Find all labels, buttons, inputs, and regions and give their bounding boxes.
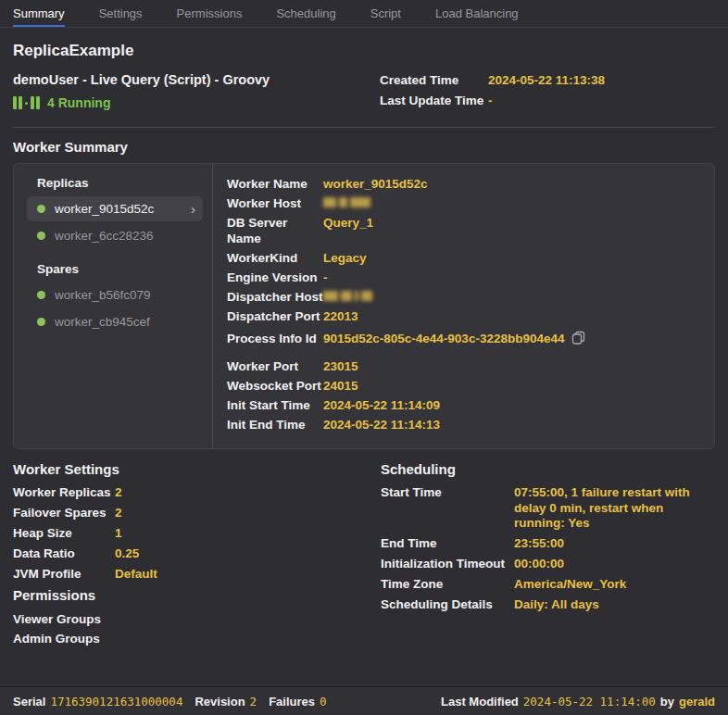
header-summary: demoUser - Live Query (Script) - Groovy … [13,72,715,114]
status-badge: 4 Running [47,95,110,110]
initialization-timeout-row: Initialization Timeout 00:00:00 [381,557,715,572]
dispatcher-host-label: Dispatcher Host [227,290,323,306]
process-info-id-row: Process Info Id 9015d52c-805c-4e44-903c-… [227,329,699,347]
end-time-row: End Time 23:55:00 [381,536,715,552]
tab-script[interactable]: Script [370,0,401,27]
replicas-heading: Replicas [37,176,203,190]
init-start-time-row: Init Start Time 2024-05-22 11:14:09 [227,398,699,414]
tab-scheduling[interactable]: Scheduling [276,0,335,27]
replica-list-pane: Replicas worker_9015d52c › worker_6cc282… [14,164,212,448]
init-start-time-value: 2024-05-22 11:14:09 [323,398,440,414]
tab-bar: Summary Settings Permissions Scheduling … [0,0,728,28]
status-dot-icon [37,232,45,240]
scheduling-heading: Scheduling [381,461,715,477]
heap-size-value: 1 [115,526,122,542]
tab-load-balancing[interactable]: Load Balancing [435,0,519,27]
failures-label: Failures [269,695,315,709]
spare-item-worker-b56fc079[interactable]: worker_b56fc079 [27,282,203,307]
engine-version-label: Engine Version [227,270,323,286]
jvm-profile-row: JVM Profile Default [13,567,381,583]
tab-permissions[interactable]: Permissions [177,0,243,27]
last-update-time-label: Last Update Time [380,94,488,107]
last-update-time-value: - [488,94,493,107]
data-ratio-label: Data Ratio [13,546,115,562]
serial-value: 1716390121631000004 [50,695,182,709]
db-server-name-row: DB Server Name Query_1 [227,216,699,246]
modified-by-value: gerald [679,695,715,709]
worker-port-row: Worker Port 23015 [227,359,699,375]
scheduling-details-label: Scheduling Details [381,597,514,613]
start-time-row: Start Time 07:55:00, 1 failure restart w… [381,485,715,532]
permissions-heading: Permissions [13,587,381,603]
db-server-name-value: Query_1 [323,216,373,232]
status-dot-icon [37,318,45,326]
init-end-time-value: 2024-05-22 11:14:13 [323,418,440,433]
init-start-time-label: Init Start Time [227,398,323,414]
heap-size-row: Heap Size 1 [13,526,381,542]
worker-port-value: 23015 [323,359,358,375]
dispatcher-host-row: Dispatcher Host [227,290,699,306]
start-time-label: Start Time [381,485,514,501]
tab-summary[interactable]: Summary [13,0,65,27]
websocket-port-value: 24015 [323,379,358,395]
scheduling-details-row: Scheduling Details Daily: All days [381,597,715,613]
failover-spares-value: 2 [115,506,122,521]
end-time-label: End Time [381,536,514,552]
replica-item-worker-9015d52c[interactable]: worker_9015d52c › [27,196,203,221]
admin-groups-label: Admin Groups [13,632,381,646]
status-footer: Serial 1716390121631000004 Revision 2 Fa… [0,686,728,715]
data-ratio-value: 0.25 [115,546,139,562]
last-modified-label: Last Modified [441,695,519,709]
worker-summary-heading: Worker Summary [13,139,715,155]
worker-name-value: worker_9015d52c [323,177,428,193]
failures-value: 0 [320,695,327,709]
status-row: 4 Running [13,95,380,110]
process-info-id-value: 9015d52c-805c-4e44-903c-3228bb904e44 [323,332,564,347]
dispatcher-port-row: Dispatcher Port 22013 [227,309,699,325]
jvm-profile-label: JVM Profile [13,567,115,583]
last-modified-value: 2024-05-22 11:14:00 [523,695,656,709]
worker-replicas-label: Worker Replicas [13,485,115,501]
db-server-name-label: DB Server Name [227,216,323,246]
header-divider [13,127,715,128]
failover-spares-row: Failover Spares 2 [13,506,381,521]
worker-settings-heading: Worker Settings [13,461,381,477]
status-dot-icon [37,291,45,299]
worker-replicas-row: Worker Replicas 2 [13,485,381,501]
replica-item-worker-6cc28236[interactable]: worker_6cc28236 [27,223,203,248]
init-end-time-label: Init End Time [227,418,323,433]
failover-spares-label: Failover Spares [13,506,115,521]
worker-details-pane: Worker Name worker_9015d52c Worker Host … [212,164,714,448]
worker-name-row: Worker Name worker_9015d52c [227,177,699,193]
modified-by-label: by [660,695,674,709]
worker-kind-value: Legacy [323,251,367,267]
start-time-value: 07:55:00, 1 failure restart with delay 0… [514,485,715,532]
worker-summary-panel: Replicas worker_9015d52c › worker_6cc282… [13,163,715,449]
init-end-time-row: Init End Time 2024-05-22 11:14:13 [227,418,699,433]
copy-icon[interactable] [571,331,585,349]
created-time-value: 2024-05-22 11:13:38 [488,73,605,87]
tab-settings[interactable]: Settings [99,0,143,27]
worker-kind-row: WorkerKind Legacy [227,251,699,267]
process-info-id-label: Process Info Id [227,332,323,347]
redacted-worker-host-value [323,197,370,207]
jvm-profile-value: Default [115,567,157,583]
websocket-port-row: Websocket Port 24015 [227,379,699,395]
engine-version-value: - [323,270,328,286]
revision-label: Revision [195,695,245,709]
last-update-time-row: Last Update Time - [380,94,715,107]
time-zone-row: Time Zone America/New_York [381,577,715,593]
initialization-timeout-value: 00:00:00 [514,557,564,572]
spares-heading: Spares [37,262,203,276]
worker-host-label: Worker Host [227,196,323,212]
dispatcher-port-value: 22013 [323,309,358,325]
revision-value: 2 [250,695,257,709]
status-dot-icon [37,205,45,213]
heap-size-label: Heap Size [13,526,115,542]
worker-replicas-value: 2 [115,485,122,501]
created-time-label: Created Time [380,73,488,87]
time-zone-value: America/New_York [514,577,626,593]
serial-label: Serial [13,695,45,709]
data-ratio-row: Data Ratio 0.25 [13,546,381,562]
spare-item-worker-cb945cef[interactable]: worker_cb945cef [27,309,203,334]
